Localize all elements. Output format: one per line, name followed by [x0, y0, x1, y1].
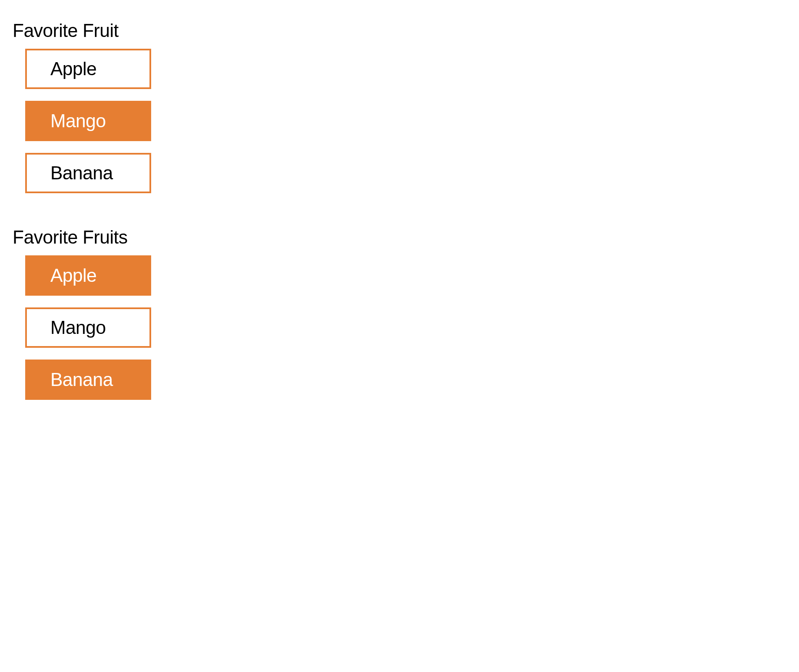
option-banana-multi[interactable]: Banana	[25, 360, 151, 400]
option-label: Banana	[50, 369, 113, 390]
group-title-multi: Favorite Fruits	[13, 227, 786, 248]
option-mango-multi[interactable]: Mango	[25, 307, 151, 348]
option-banana[interactable]: Banana	[25, 153, 151, 193]
option-list-single: Apple Mango Banana	[13, 49, 786, 193]
option-label: Apple	[50, 265, 97, 286]
option-label: Banana	[50, 163, 113, 184]
option-mango[interactable]: Mango	[25, 101, 151, 141]
group-title-single: Favorite Fruit	[13, 20, 786, 41]
option-apple-multi[interactable]: Apple	[25, 255, 151, 296]
option-label: Apple	[50, 58, 97, 79]
option-apple[interactable]: Apple	[25, 49, 151, 89]
option-list-multi: Apple Mango Banana	[13, 255, 786, 400]
option-label: Mango	[50, 110, 106, 131]
option-label: Mango	[50, 317, 106, 338]
favorite-fruit-group: Favorite Fruit Apple Mango Banana	[13, 20, 786, 193]
favorite-fruits-group: Favorite Fruits Apple Mango Banana	[13, 227, 786, 400]
